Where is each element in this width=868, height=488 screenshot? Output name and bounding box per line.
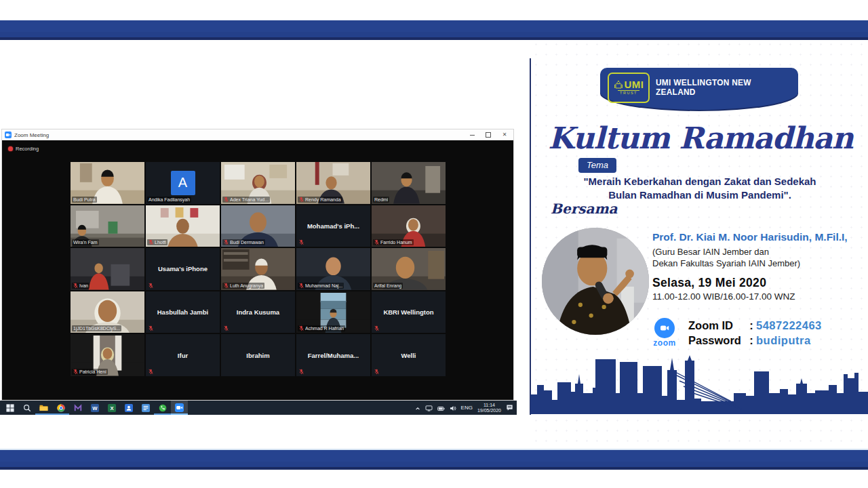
- word-taskbar-icon[interactable]: W: [86, 401, 103, 415]
- tray-chevron-icon[interactable]: [415, 402, 420, 414]
- chrome-taskbar-icon[interactable]: [52, 401, 69, 415]
- participant-name-tag: Rendy Ramanda: [298, 197, 342, 203]
- participant-name: Budi Dermawan: [230, 239, 264, 245]
- event-title: Kultum Ramadhan: [536, 121, 865, 155]
- participant-tile[interactable]: Ifur: [146, 334, 220, 376]
- speaker-photo: [542, 228, 649, 335]
- mic-muted-icon: [149, 283, 153, 289]
- mic-muted-icon: [224, 325, 229, 331]
- notes-taskbar-icon[interactable]: [137, 401, 154, 415]
- participant-tile[interactable]: Redmi: [372, 162, 446, 204]
- svg-text:X: X: [110, 405, 114, 411]
- zoom-logo: zoom: [650, 318, 679, 348]
- tray-clock[interactable]: 11:14 19/05/2020: [477, 403, 501, 413]
- participant-tile[interactable]: Lhotfi: [146, 205, 220, 247]
- participant-tile[interactable]: Patricia Heni: [71, 334, 144, 376]
- participant-tile[interactable]: Budi Putra: [71, 162, 144, 204]
- participant-name-tag: Adex Triana Yud...: [222, 197, 270, 203]
- tema-badge: Tema: [578, 158, 616, 173]
- tray-language[interactable]: ENG: [461, 405, 473, 411]
- bottom-blue-bar: [0, 449, 868, 470]
- mic-muted-icon: [374, 325, 379, 331]
- participant-name-tag: Budi Putra: [72, 197, 97, 203]
- maximize-button[interactable]: [485, 131, 492, 138]
- mosque-icon: [614, 80, 623, 89]
- zoom-id-label: Zoom ID: [688, 318, 747, 333]
- speaker-affiliation: (Guru Besar IAIN Jember dan Dekan Fakult…: [652, 246, 866, 269]
- tray-speaker-icon[interactable]: [450, 402, 456, 414]
- participant-name-tag: Luth Anugranya: [222, 283, 264, 289]
- participant-tile[interactable]: Ibrahim: [221, 334, 295, 376]
- participant-tile[interactable]: KBRI Wellington: [372, 291, 446, 333]
- zoom-meeting-window: Zoom Meeting ✕ Recording Budi PutraAAndi…: [1, 129, 514, 401]
- zoom-wordmark: zoom: [653, 338, 675, 348]
- zoom-taskbar-icon[interactable]: [171, 401, 188, 415]
- participant-tile[interactable]: Mohamad's iPh...: [296, 205, 370, 247]
- participant-tile[interactable]: Welli: [372, 334, 446, 376]
- tray-battery-icon[interactable]: [437, 402, 445, 414]
- participant-tile[interactable]: 1jJD1TbGsK8DClyS...: [71, 291, 144, 333]
- mic-muted-icon: [224, 197, 229, 203]
- svg-text:W: W: [92, 405, 98, 411]
- participant-name: Usama's iPhone: [146, 248, 220, 290]
- participant-tile[interactable]: Ivan: [71, 248, 144, 290]
- participant-name-tag: 1jJD1TbGsK8DClyS...: [72, 325, 121, 331]
- participant-tile[interactable]: Arifal Enrang: [372, 248, 446, 290]
- participant-tile[interactable]: AAndika Fadliansyah: [146, 162, 220, 204]
- tray-time: 11:14: [477, 403, 501, 408]
- mail-taskbar-icon[interactable]: [69, 401, 86, 415]
- participant-name-tag: Andika Fadliansyah: [147, 197, 191, 203]
- participant-name: Indra Kusuma: [221, 291, 295, 333]
- participant-name: Patricia Heni: [79, 369, 106, 375]
- participant-tile[interactable]: Hasbullah Jambi: [146, 291, 220, 333]
- participant-name: Muhammad Naj...: [305, 283, 342, 289]
- umi-trust-logo: UMI TRUST: [608, 73, 650, 103]
- zoom-password-label: Password: [688, 333, 747, 348]
- mic-muted-icon: [299, 325, 304, 331]
- window-titlebar: Zoom Meeting ✕: [2, 129, 513, 140]
- participant-name: Ibrahim: [221, 334, 295, 376]
- mic-muted-icon: [73, 283, 78, 289]
- participant-name: Achmad R Hafrian: [305, 325, 344, 331]
- participant-tile[interactable]: Farrido Hanum: [372, 205, 446, 247]
- participant-tile[interactable]: Rendy Ramanda: [296, 162, 370, 204]
- participant-name: Redmi: [374, 197, 388, 203]
- participant-tile[interactable]: Wira'n Fam: [71, 205, 144, 247]
- event-theme: "Meraih Keberkahan dengan Zakat dan Sede…: [535, 175, 865, 202]
- participant-name: Andika Fadliansyah: [149, 197, 190, 203]
- zoom-camera-icon: [654, 318, 675, 338]
- mic-muted-icon: [299, 197, 304, 203]
- participant-tile[interactable]: Usama's iPhone: [146, 248, 220, 290]
- mic-muted-icon: [73, 369, 78, 375]
- participant-tile[interactable]: Budi Dermawan: [221, 205, 295, 247]
- file-explorer-taskbar-icon[interactable]: [35, 401, 52, 415]
- participant-tile[interactable]: Muhammad Naj...: [296, 248, 370, 290]
- excel-taskbar-icon[interactable]: X: [103, 401, 120, 415]
- mic-muted-icon: [224, 283, 229, 289]
- tray-display-icon[interactable]: [425, 402, 433, 414]
- calls-taskbar-icon[interactable]: [154, 401, 171, 415]
- recording-indicator[interactable]: Recording: [8, 146, 39, 152]
- participant-name: Ivan: [79, 283, 88, 289]
- mic-muted-icon: [299, 239, 304, 245]
- participant-name: Farrido Hanum: [380, 239, 412, 245]
- tray-notification-icon[interactable]: [506, 402, 513, 414]
- search-taskbar-icon[interactable]: [18, 401, 35, 415]
- participant-tile[interactable]: Adex Triana Yud...: [221, 162, 295, 204]
- minimize-button[interactable]: [469, 131, 475, 138]
- participant-name: Mohamad's iPh...: [296, 205, 370, 247]
- participant-tile[interactable]: Achmad R Hafrian: [296, 291, 370, 333]
- participant-tile[interactable]: Indra Kusuma: [221, 291, 295, 333]
- participant-tile[interactable]: Farrel/Muhama...: [296, 334, 370, 376]
- start-taskbar-icon[interactable]: [1, 401, 18, 415]
- mic-muted-icon: [224, 239, 229, 245]
- close-button[interactable]: ✕: [501, 131, 508, 138]
- zoom-id-value: 5487222463: [756, 318, 822, 333]
- participant-name: Welli: [372, 334, 446, 376]
- participant-tile[interactable]: Luth Anugranya: [221, 248, 295, 290]
- zoom-password-value: budiputra: [756, 333, 811, 348]
- people-taskbar-icon[interactable]: [120, 401, 137, 415]
- participant-name-tag: Muhammad Naj...: [298, 283, 344, 289]
- participant-name-tag: Ivan: [72, 283, 90, 289]
- participant-name: Farrel/Muhama...: [296, 334, 370, 376]
